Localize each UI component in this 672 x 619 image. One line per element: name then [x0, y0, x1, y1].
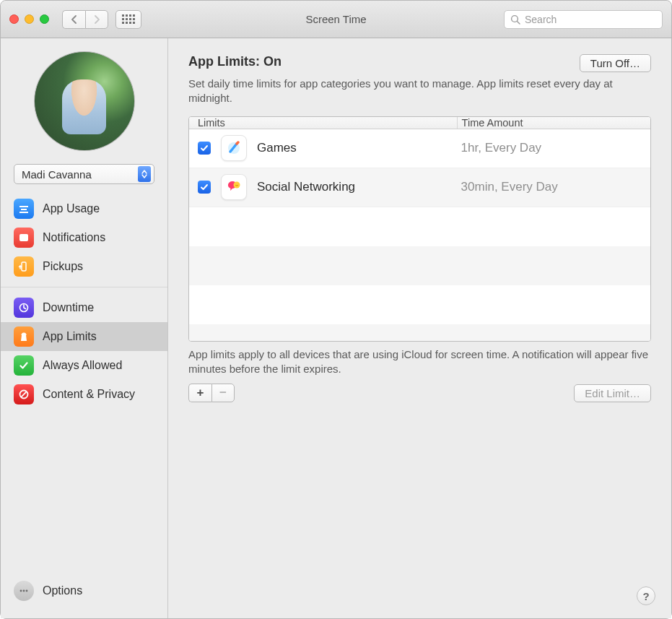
grid-icon — [122, 14, 135, 24]
sidebar-item-content-privacy[interactable]: Content & Privacy — [1, 380, 167, 409]
chevron-left-icon — [71, 15, 77, 24]
search-input[interactable] — [525, 14, 656, 25]
titlebar: Screen Time — [1, 1, 671, 38]
sidebar-item-always-allowed[interactable]: Always Allowed — [1, 351, 167, 380]
sidebar-nav: App Usage Notifications Pickups — [1, 194, 167, 409]
add-button[interactable]: + — [188, 384, 211, 402]
edit-limit-button[interactable]: Edit Limit… — [574, 384, 651, 402]
svg-point-7 — [20, 590, 22, 592]
sidebar-item-label: Options — [43, 584, 82, 597]
preferences-window: Screen Time Madi Cavanna — [0, 0, 672, 619]
table-row-empty — [189, 207, 650, 246]
search-icon — [510, 14, 520, 25]
cell-time: 30min, Every Day — [457, 180, 650, 194]
chevron-right-icon — [94, 15, 100, 24]
cell-limits: Social Networking — [189, 174, 457, 200]
table-header: Limits Time Amount — [189, 117, 650, 129]
content-privacy-icon — [14, 384, 34, 404]
sidebar-bottom: Options — [1, 576, 167, 618]
row-name: Games — [257, 141, 297, 155]
table-row-empty — [189, 324, 650, 342]
user-select-label: Madi Cavanna — [22, 168, 92, 181]
sidebar-item-label: Downtime — [43, 301, 94, 314]
column-header-time-label: Time Amount — [462, 117, 523, 129]
sidebar-item-app-usage[interactable]: App Usage — [1, 194, 167, 223]
sidebar-item-label: Pickups — [43, 260, 83, 273]
window-controls — [9, 14, 49, 24]
sidebar-item-label: Always Allowed — [43, 359, 122, 372]
svg-rect-3 — [22, 262, 26, 271]
user-avatar[interactable] — [34, 51, 135, 151]
downtime-icon — [14, 298, 34, 318]
add-remove-group: + − — [188, 384, 235, 402]
sidebar-item-downtime[interactable]: Downtime — [1, 293, 167, 322]
title-prefix: App Limits: — [188, 54, 263, 69]
app-limits-icon — [14, 326, 34, 347]
content-header: App Limits: On Turn Off… — [188, 54, 651, 72]
column-header-limits[interactable]: Limits — [189, 117, 457, 129]
svg-line-1 — [517, 21, 520, 24]
search-field[interactable] — [504, 10, 663, 29]
back-button[interactable] — [62, 10, 85, 29]
sidebar-item-app-limits[interactable]: App Limits — [1, 322, 167, 351]
svg-line-6 — [21, 391, 27, 397]
table-row-empty — [189, 246, 650, 285]
svg-point-9 — [26, 590, 28, 592]
svg-point-8 — [23, 590, 25, 592]
sidebar: Madi Cavanna App Usage Notif — [1, 38, 168, 618]
sidebar-item-label: App Usage — [43, 202, 100, 215]
minimize-button[interactable] — [25, 14, 34, 24]
sidebar-item-label: Notifications — [43, 231, 105, 244]
table-toolbar: + − Edit Limit… — [188, 384, 651, 402]
footer-note: App limits apply to all devices that are… — [188, 347, 651, 377]
games-icon — [221, 135, 247, 161]
sidebar-item-options[interactable]: Options — [1, 576, 167, 605]
table-row[interactable]: Social Networking 30min, Every Day — [189, 168, 650, 207]
table-row-empty — [189, 285, 650, 324]
avatar-wrap — [1, 51, 167, 151]
page-description: Set daily time limits for app categories… — [188, 77, 636, 106]
table-body: Games 1hr, Every Day — [189, 129, 650, 342]
checkbox[interactable] — [198, 181, 211, 194]
checkmark-icon — [200, 144, 209, 152]
svg-rect-2 — [19, 234, 28, 241]
app-usage-icon — [14, 199, 34, 219]
forward-button[interactable] — [85, 10, 108, 29]
remove-button[interactable]: − — [211, 384, 235, 402]
close-button[interactable] — [9, 14, 19, 24]
table-row[interactable]: Games 1hr, Every Day — [189, 129, 650, 168]
cell-limits: Games — [189, 135, 457, 161]
options-icon — [14, 581, 34, 601]
show-all-button[interactable] — [115, 10, 141, 29]
help-button[interactable]: ? — [637, 586, 655, 605]
sidebar-item-pickups[interactable]: Pickups — [1, 252, 167, 281]
social-icon — [221, 174, 247, 200]
notifications-icon — [14, 228, 34, 248]
updown-icon — [138, 166, 151, 182]
sidebar-item-label: App Limits — [43, 330, 97, 343]
column-header-time[interactable]: Time Amount — [457, 117, 650, 129]
sidebar-item-notifications[interactable]: Notifications — [1, 223, 167, 252]
title-state: On — [263, 54, 282, 69]
help-icon: ? — [642, 590, 649, 602]
cell-time: 1hr, Every Day — [457, 141, 650, 155]
always-allowed-icon — [14, 355, 34, 376]
limits-table: Limits Time Amount Games — [188, 116, 651, 342]
checkbox[interactable] — [198, 142, 211, 155]
nav-buttons — [62, 10, 108, 29]
svg-point-11 — [234, 182, 240, 189]
page-title: App Limits: On — [188, 54, 282, 69]
pickups-icon — [14, 256, 34, 277]
zoom-button[interactable] — [40, 14, 49, 24]
turn-off-button[interactable]: Turn Off… — [580, 54, 651, 72]
sidebar-item-label: Content & Privacy — [43, 388, 135, 401]
sidebar-divider — [1, 287, 167, 287]
row-name: Social Networking — [257, 180, 355, 194]
checkmark-icon — [200, 183, 209, 191]
body: Madi Cavanna App Usage Notif — [1, 38, 671, 618]
content-pane: App Limits: On Turn Off… Set daily time … — [168, 38, 671, 618]
user-select[interactable]: Madi Cavanna — [14, 164, 154, 184]
